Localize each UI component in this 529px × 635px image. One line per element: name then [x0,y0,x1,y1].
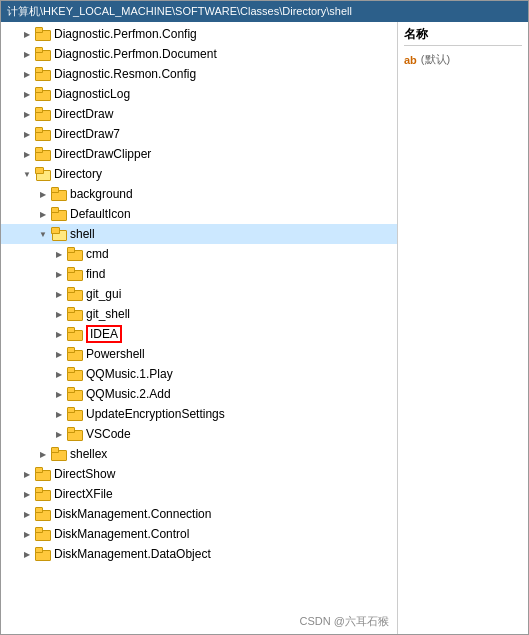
tree-item-diskmanagement_conn[interactable]: DiskManagement.Connection [1,504,397,524]
expander-diskmanagement_conn[interactable] [19,506,35,522]
ab-icon: ab [404,54,417,66]
item-label-qqmusic1: QQMusic.1.Play [86,367,173,381]
folder-icon-qqmusic1 [67,367,83,381]
item-label-shell: shell [70,227,95,241]
item-label-git_gui: git_gui [86,287,121,301]
registry-editor-window: 计算机\HKEY_LOCAL_MACHINE\SOFTWARE\Classes\… [0,0,529,635]
item-label-find: find [86,267,105,281]
item-label-shellex: shellex [70,447,107,461]
expander-diskmanagement_ctrl[interactable] [19,526,35,542]
expander-qqmusic1[interactable] [51,366,67,382]
tree-item-diag_perfmon_doc[interactable]: Diagnostic.Perfmon.Document [1,44,397,64]
expander-git_gui[interactable] [51,286,67,302]
expander-directdrawclipper[interactable] [19,146,35,162]
tree-item-directory[interactable]: Directory [1,164,397,184]
item-label-directdraw: DirectDraw [54,107,113,121]
tree-item-directdrawclipper[interactable]: DirectDrawClipper [1,144,397,164]
title-text: 计算机\HKEY_LOCAL_MACHINE\SOFTWARE\Classes\… [7,5,352,17]
tree-item-diag_resmon_config[interactable]: Diagnostic.Resmon.Config [1,64,397,84]
item-label-directdrawclipper: DirectDrawClipper [54,147,151,161]
tree-item-shellex[interactable]: shellex [1,444,397,464]
folder-icon-diskmanagement_conn [35,507,51,521]
expander-directshow[interactable] [19,466,35,482]
item-label-directory: Directory [54,167,102,181]
tree-item-directshow[interactable]: DirectShow [1,464,397,484]
tree-item-directdraw[interactable]: DirectDraw [1,104,397,124]
expander-directxfile[interactable] [19,486,35,502]
tree-item-defaulticon[interactable]: DefaultIcon [1,204,397,224]
expander-background[interactable] [35,186,51,202]
tree-pane[interactable]: Diagnostic.Perfmon.ConfigDiagnostic.Perf… [1,22,398,634]
expander-directory[interactable] [19,166,35,182]
expander-update_enc[interactable] [51,406,67,422]
folder-icon-git_gui [67,287,83,301]
tree-item-cmd[interactable]: cmd [1,244,397,264]
folder-icon-vscode [67,427,83,441]
folder-icon-diag_resmon_config [35,67,51,81]
tree-item-background[interactable]: background [1,184,397,204]
expander-shell[interactable] [35,226,51,242]
tree-item-git_gui[interactable]: git_gui [1,284,397,304]
folder-icon-directdraw [35,107,51,121]
expander-defaulticon[interactable] [35,206,51,222]
expander-cmd[interactable] [51,246,67,262]
item-label-diag_perfmon_config: Diagnostic.Perfmon.Config [54,27,197,41]
expander-powershell[interactable] [51,346,67,362]
expander-vscode[interactable] [51,426,67,442]
right-pane-header: 名称 [404,26,522,46]
folder-icon-background [51,187,67,201]
tree-item-idea[interactable]: IDEA [1,324,397,344]
folder-icon-diag_perfmon_config [35,27,51,41]
tree-item-vscode[interactable]: VSCode [1,424,397,444]
expander-idea[interactable] [51,326,67,342]
folder-icon-git_shell [67,307,83,321]
item-label-diag_perfmon_doc: Diagnostic.Perfmon.Document [54,47,217,61]
tree-item-diag_perfmon_config[interactable]: Diagnostic.Perfmon.Config [1,24,397,44]
item-label-diskmanagement_ctrl: DiskManagement.Control [54,527,189,541]
expander-directdraw7[interactable] [19,126,35,142]
folder-icon-directxfile [35,487,51,501]
expander-find[interactable] [51,266,67,282]
folder-icon-cmd [67,247,83,261]
tree-item-find[interactable]: find [1,264,397,284]
expander-diag_perfmon_config[interactable] [19,26,35,42]
item-label-diag_log: DiagnosticLog [54,87,130,101]
tree-item-update_enc[interactable]: UpdateEncryptionSettings [1,404,397,424]
expander-qqmusic2[interactable] [51,386,67,402]
tree-item-directdraw7[interactable]: DirectDraw7 [1,124,397,144]
tree-item-directxfile[interactable]: DirectXFile [1,484,397,504]
tree-item-diskmanagement_ctrl[interactable]: DiskManagement.Control [1,524,397,544]
folder-icon-diag_log [35,87,51,101]
folder-icon-powershell [67,347,83,361]
folder-icon-update_enc [67,407,83,421]
expander-diag_perfmon_doc[interactable] [19,46,35,62]
folder-icon-shell [51,227,67,241]
item-label-directdraw7: DirectDraw7 [54,127,120,141]
tree-item-git_shell[interactable]: git_shell [1,304,397,324]
content-area: Diagnostic.Perfmon.ConfigDiagnostic.Perf… [1,22,528,634]
tree-item-powershell[interactable]: Powershell [1,344,397,364]
item-label-diskmanagement_conn: DiskManagement.Connection [54,507,211,521]
default-label: (默认) [421,52,450,67]
folder-icon-directdraw7 [35,127,51,141]
tree-item-diag_log[interactable]: DiagnosticLog [1,84,397,104]
tree-item-shell[interactable]: shell [1,224,397,244]
folder-icon-find [67,267,83,281]
item-label-git_shell: git_shell [86,307,130,321]
tree-item-qqmusic1[interactable]: QQMusic.1.Play [1,364,397,384]
tree-item-qqmusic2[interactable]: QQMusic.2.Add [1,384,397,404]
tree-item-diskmanagement_data[interactable]: DiskManagement.DataObject [1,544,397,564]
expander-diskmanagement_data[interactable] [19,546,35,562]
expander-git_shell[interactable] [51,306,67,322]
expander-diag_log[interactable] [19,86,35,102]
expander-directdraw[interactable] [19,106,35,122]
item-label-background: background [70,187,133,201]
expander-shellex[interactable] [35,446,51,462]
folder-icon-qqmusic2 [67,387,83,401]
expander-diag_resmon_config[interactable] [19,66,35,82]
folder-icon-defaulticon [51,207,67,221]
folder-icon-directshow [35,467,51,481]
folder-icon-diskmanagement_ctrl [35,527,51,541]
folder-icon-diskmanagement_data [35,547,51,561]
item-label-directxfile: DirectXFile [54,487,113,501]
